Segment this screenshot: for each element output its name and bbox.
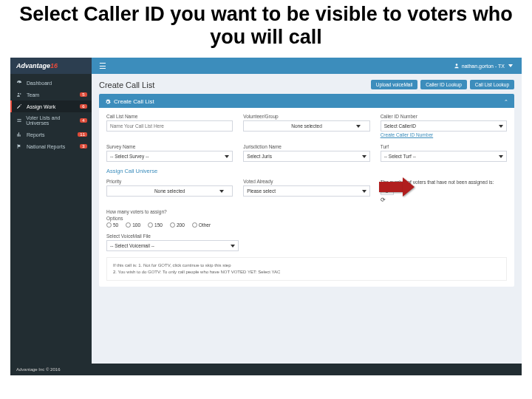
note-line: 2. You wish to do GOTV: To only call peo… — [113, 269, 500, 276]
chevron-down-icon — [508, 64, 513, 67]
page-title: Create Call List — [99, 81, 154, 89]
chevron-down-icon — [231, 245, 235, 248]
users-icon — [16, 92, 24, 98]
radio-icon — [106, 222, 112, 228]
survey-label: Survey Name — [106, 144, 233, 149]
sidebar: Dashboard Team5 Assign Work6 Voter Lists… — [10, 74, 92, 375]
topbar: Advantage16 ☰ nathan.gorton - TX — [10, 58, 522, 74]
gauge-icon — [16, 80, 24, 86]
sidebar-item-assign-work[interactable]: Assign Work6 — [10, 100, 92, 112]
radio-50[interactable]: 50 — [106, 222, 118, 228]
assign-universe-heading: Assign Call Universe — [106, 168, 507, 174]
sidebar-item-reports[interactable]: Reports11 — [10, 129, 92, 140]
radio-icon — [170, 222, 175, 228]
voted-label: Voted Already — [243, 179, 369, 184]
select-value: None selected — [154, 188, 185, 194]
voicemail-label: Select VoiceMail File — [106, 233, 239, 239]
user-icon — [454, 63, 460, 69]
voted-select[interactable]: Please select — [243, 185, 369, 197]
radio-other[interactable]: Other — [192, 222, 211, 228]
jurisdiction-label: Jurisdiction Name — [243, 144, 369, 149]
chevron-down-icon — [362, 190, 366, 193]
radio-label: 200 — [177, 222, 185, 228]
sidebar-item-voter-lists[interactable]: Voter Lists and Universes4 — [10, 112, 92, 129]
volunteer-group-select[interactable]: None selected — [243, 120, 369, 132]
volunteer-group-label: Volunteer/Group — [243, 114, 369, 119]
notes-box: If this call is: 1. Not for GOTV, click … — [106, 257, 507, 281]
create-caller-id-link[interactable]: Create Caller ID Number — [381, 132, 434, 137]
chevron-down-icon — [499, 155, 503, 158]
create-call-list-panel: Create Call List ⌃ Call List Name Volunt… — [99, 94, 514, 287]
sidebar-item-label: National Reports — [27, 144, 65, 149]
sidebar-item-national-reports[interactable]: National Reports3 — [10, 140, 92, 152]
turf-select[interactable]: -- Select Turf -- — [381, 151, 507, 162]
badge: 5 — [80, 92, 87, 97]
survey-select[interactable]: -- Select Survey -- — [106, 151, 233, 162]
turf-label: Turf — [381, 144, 507, 149]
caller-id-lookup-button[interactable]: Caller ID Lookup — [420, 80, 466, 89]
select-value: -- Select Turf -- — [384, 154, 416, 159]
select-value: None selected — [291, 123, 322, 129]
note-line: If this call is: 1. Not for GOTV, click … — [113, 262, 500, 269]
radio-label: Other — [199, 222, 211, 228]
upload-voicemail-button[interactable]: Upload voiceMail — [371, 80, 418, 89]
radio-icon — [148, 222, 153, 228]
slide-title: Select Caller ID you want to be visible … — [0, 0, 532, 58]
svg-point-2 — [20, 93, 21, 95]
options-label: Options — [106, 216, 507, 221]
user-menu[interactable]: nathan.gorton - TX — [454, 63, 522, 69]
priority-label: Priority — [106, 179, 233, 184]
radio-150[interactable]: 150 — [148, 222, 163, 228]
select-value: -- Select Voicemail -- — [110, 243, 154, 248]
radio-label: 100 — [132, 222, 140, 228]
radio-label: 50 — [113, 222, 118, 228]
caller-id-select[interactable]: Select CallerID — [381, 120, 507, 132]
logo[interactable]: Advantage16 — [10, 58, 92, 74]
radio-icon — [126, 222, 131, 228]
select-value: -- Select Survey -- — [110, 154, 149, 159]
how-many-label: How many voters to assign? — [106, 209, 507, 214]
gear-icon — [105, 99, 111, 105]
user-name: nathan.gorton - TX — [462, 64, 505, 69]
sidebar-item-team[interactable]: Team5 — [10, 89, 92, 100]
chevron-down-icon — [225, 155, 229, 158]
radio-label: 150 — [154, 222, 163, 228]
caller-id-label: Caller ID Number — [381, 114, 507, 119]
hamburger-icon[interactable]: ☰ — [92, 61, 114, 71]
voicemail-select[interactable]: -- Select Voicemail -- — [106, 240, 239, 251]
sidebar-item-label: Voter Lists and Universes — [26, 115, 80, 126]
chart-icon — [16, 132, 24, 137]
call-list-name-input[interactable] — [106, 120, 233, 132]
svg-point-0 — [455, 64, 457, 66]
footer: Advantage Inc © 2016 — [10, 364, 522, 375]
call-list-lookup-button[interactable]: Call List Lookup — [470, 80, 514, 89]
select-value: Select CallerID — [384, 123, 416, 129]
pencil-icon — [16, 103, 24, 109]
priority-select[interactable]: None selected — [106, 185, 233, 197]
badge: 4 — [80, 118, 87, 123]
select-value: Please select — [247, 188, 276, 194]
badge: 11 — [78, 132, 87, 137]
svg-point-1 — [18, 93, 19, 95]
radio-200[interactable]: 200 — [170, 222, 185, 228]
call-list-name-label: Call List Name — [106, 114, 233, 119]
radio-icon — [192, 222, 197, 228]
refresh-icon[interactable]: ⟳ — [381, 197, 386, 203]
sidebar-item-label: Reports — [27, 132, 45, 137]
logo-text-red: 16 — [50, 62, 58, 69]
sidebar-item-dashboard[interactable]: Dashboard — [10, 77, 92, 89]
voters-radio-group: 50 100 150 200 Other — [106, 222, 507, 228]
flag-icon — [16, 143, 24, 149]
badge: 6 — [80, 104, 87, 109]
radio-100[interactable]: 100 — [126, 222, 140, 228]
jurisdiction-select[interactable]: Select Juris — [243, 151, 369, 162]
logo-text-white: Advantage — [16, 62, 50, 69]
unassigned-count: 0 — [381, 187, 394, 195]
sidebar-item-label: Dashboard — [27, 81, 52, 86]
sidebar-item-label: Assign Work — [27, 104, 55, 109]
unassigned-label: The number of voters that have not been … — [381, 180, 494, 185]
collapse-icon[interactable]: ⌃ — [504, 99, 508, 105]
list-icon — [16, 117, 23, 123]
select-value: Select Juris — [247, 154, 272, 159]
chevron-down-icon — [356, 125, 361, 128]
